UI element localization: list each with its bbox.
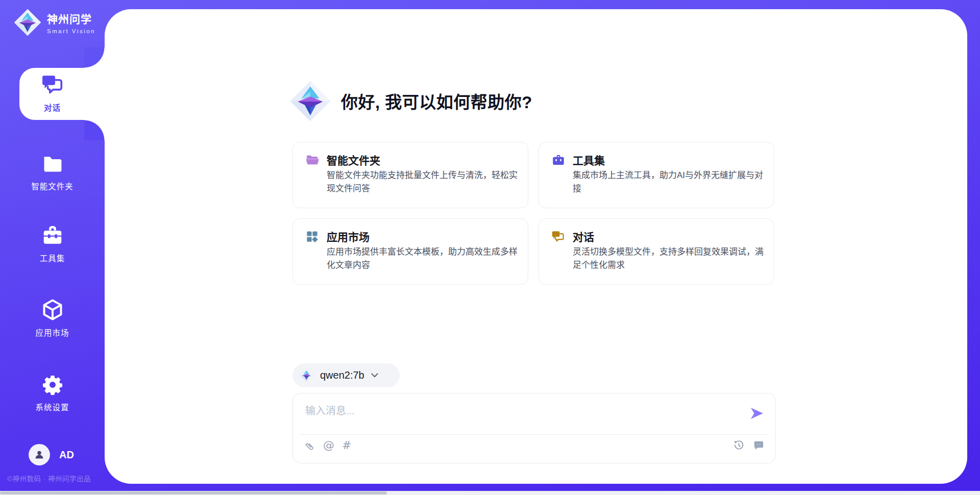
user-account[interactable]: AD <box>29 444 74 465</box>
pill-fillet-bottom <box>84 120 105 140</box>
copyright-text: ©神州数码 · 神州问学出品 <box>7 473 104 483</box>
horizontal-scrollbar <box>0 491 980 495</box>
history-button[interactable] <box>733 439 745 451</box>
message-composer: @ # <box>292 393 776 463</box>
chevron-down-icon <box>371 373 378 378</box>
mention-button[interactable]: @ <box>323 439 334 452</box>
card-title: 对话 <box>573 229 594 244</box>
attach-button[interactable] <box>304 440 315 452</box>
gear-icon <box>41 374 64 398</box>
sidebar-item-toolset[interactable]: 工具集 <box>0 224 105 263</box>
folder-open-icon <box>305 153 320 167</box>
card-toolset[interactable]: 工具集 集成市场上主流工具，助力AI与外界无缝扩展与对接 <box>538 142 774 208</box>
composer-tools-left: @ # <box>304 439 351 452</box>
feedback-button[interactable] <box>753 439 765 451</box>
chat-icon <box>41 73 64 98</box>
card-title: 智能文件夹 <box>327 152 380 167</box>
pill-fillet-top <box>84 47 105 68</box>
cube-icon <box>41 298 64 324</box>
card-app-market[interactable]: 应用市场 应用市场提供丰富长文本模板，助力高效生成多样化文章内容 <box>292 218 528 285</box>
folder-icon <box>41 153 64 177</box>
card-description: 集成市场上主流工具，助力AI与外界无缝扩展与对接 <box>573 169 765 195</box>
composer-tools-right <box>733 439 765 451</box>
sidebar-item-label: 对话 <box>0 102 105 113</box>
card-description: 灵活切换多模型文件，支持多样回复效果调试，满足个性化需求 <box>573 245 765 272</box>
gem-logo-icon <box>13 8 42 37</box>
toolbox-icon <box>41 224 64 249</box>
send-icon <box>750 414 764 422</box>
sidebar-item-label: 系统设置 <box>0 401 105 412</box>
sidebar-item-label: 智能文件夹 <box>0 180 105 191</box>
feedback-icon <box>753 445 765 453</box>
chat-icon <box>551 230 566 244</box>
grid-icon <box>305 230 320 244</box>
feature-cards: 智能文件夹 智能文件夹功能支持批量文件上传与清洗，轻松实现文件问答 工具集 集成… <box>292 142 774 285</box>
composer-divider <box>299 434 769 435</box>
person-icon <box>33 449 45 461</box>
sidebar-item-label: 工具集 <box>0 252 105 263</box>
message-input[interactable] <box>305 403 729 419</box>
attach-icon <box>304 440 315 452</box>
card-description: 智能文件夹功能支持批量文件上传与清洗，轻松实现文件问答 <box>327 169 519 195</box>
briefcase-icon <box>551 153 566 167</box>
sidebar-item-app-market[interactable]: 应用市场 <box>0 298 105 338</box>
scrollbar-thumb[interactable] <box>0 491 387 494</box>
gem-greeting-icon <box>289 80 332 122</box>
app-logo[interactable]: 神州问学 Smart Vision <box>13 8 95 37</box>
card-smart-folder[interactable]: 智能文件夹 智能文件夹功能支持批量文件上传与清洗，轻松实现文件问答 <box>292 142 528 208</box>
hash-button[interactable]: # <box>342 439 351 452</box>
history-icon <box>733 445 745 453</box>
avatar <box>29 444 50 465</box>
card-title: 应用市场 <box>327 229 370 244</box>
sidebar-item-chat[interactable]: 对话 <box>0 73 105 113</box>
sidebar-item-smart-folder[interactable]: 智能文件夹 <box>0 153 105 191</box>
gem-model-icon <box>300 368 313 382</box>
hash-icon: # <box>342 439 351 452</box>
mention-icon: @ <box>323 439 334 452</box>
greeting-block: 你好, 我可以如何帮助你? <box>289 80 532 122</box>
sidebar-item-label: 应用市场 <box>0 327 105 338</box>
brand-text: 神州问学 Smart Vision <box>47 11 95 34</box>
app-tagline: Smart Vision <box>47 28 95 34</box>
user-initials: AD <box>59 449 74 461</box>
sidebar: 神州问学 Smart Vision 对话 智能文件夹 工具集 应用市场 系统设置 <box>0 0 105 495</box>
model-name: qwen2:7b <box>320 369 364 381</box>
card-description: 应用市场提供丰富长文本模板，助力高效生成多样化文章内容 <box>327 245 519 272</box>
card-title: 工具集 <box>573 152 605 167</box>
send-button[interactable] <box>750 407 764 420</box>
greeting-text: 你好, 我可以如何帮助你? <box>341 89 532 113</box>
sidebar-item-settings[interactable]: 系统设置 <box>0 374 105 412</box>
card-chat[interactable]: 对话 灵活切换多模型文件，支持多样回复效果调试，满足个性化需求 <box>538 218 774 285</box>
app-name: 神州问学 <box>47 13 92 25</box>
model-selector[interactable]: qwen2:7b <box>292 363 400 387</box>
